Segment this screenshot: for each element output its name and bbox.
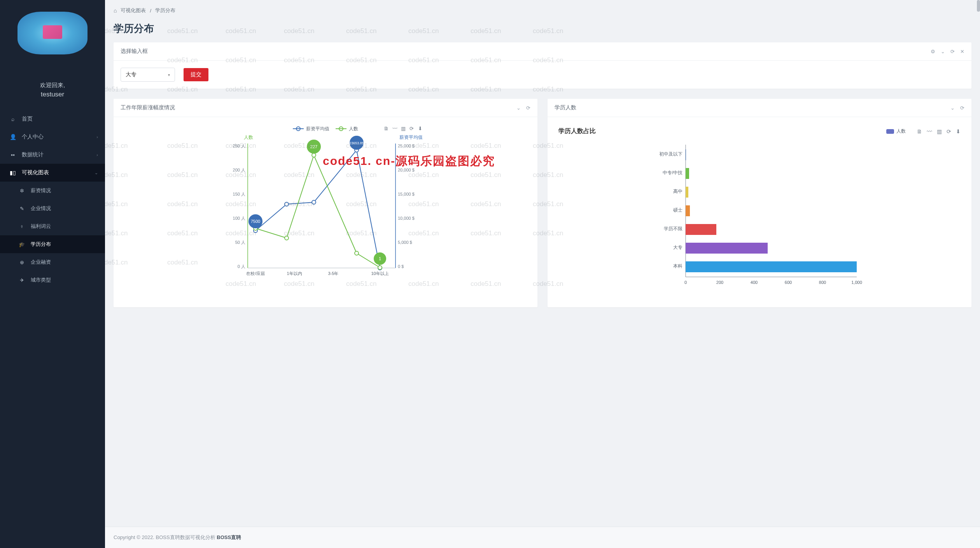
svg-text:硕士: 硕士 (673, 207, 682, 213)
svg-text:薪资平均值: 薪资平均值 (306, 126, 329, 131)
bar-legend: 人数 (886, 128, 906, 135)
sidebar-item-financing[interactable]: ⊕企业融资 (0, 253, 105, 271)
sidebar-item-company[interactable]: ✎企业情况 (0, 200, 105, 217)
main: code51.cncode51.cncode51.cncode51.cncode… (105, 0, 980, 548)
breadcrumb-current: 学历分布 (155, 7, 175, 14)
svg-text:3-5年: 3-5年 (328, 271, 339, 276)
svg-text:20,000 $: 20,000 $ (398, 168, 415, 172)
welcome-line1: 欢迎回来, (0, 82, 105, 89)
svg-text:⬇: ⬇ (418, 126, 422, 131)
chart-icon: ▮▯ (9, 170, 17, 176)
graduation-icon: 🎓 (18, 242, 26, 247)
filter-panel: 选择输入框 ⚙ ⌄ ⟳ ✕ 大专 ▾ 提交 (114, 42, 971, 89)
line-toggle-icon[interactable]: 〰 (927, 128, 932, 135)
sidebar-item-wordcloud[interactable]: ♀福利词云 (0, 217, 105, 235)
sidebar-item-profile[interactable]: 👤个人中心› (0, 128, 105, 146)
svg-text:800: 800 (819, 280, 826, 285)
svg-text:200 人: 200 人 (233, 168, 245, 172)
rocket-icon: ✈ (18, 277, 26, 283)
svg-text:人数: 人数 (349, 126, 358, 131)
svg-text:150 人: 150 人 (233, 192, 245, 196)
refresh-icon[interactable]: ⟳ (526, 105, 530, 111)
breadcrumb-sep: / (150, 8, 151, 14)
scrollbar[interactable] (977, 0, 980, 12)
svg-rect-62 (686, 205, 690, 216)
svg-text:400: 400 (751, 280, 758, 285)
bar-chart-title: 学历人数占比 (558, 127, 596, 135)
content-area: code51.cncode51.cncode51.cncode51.cncode… (105, 0, 980, 527)
bar-chart: 初中及以下 中专/中技 高中 硕士 学历不限 大专 本科 (555, 137, 964, 300)
globe-icon: ⊕ (18, 259, 26, 265)
grid-icon: ▪▪ (9, 152, 17, 158)
education-select[interactable]: 大专 ▾ (121, 68, 175, 82)
svg-text:薪资平均值: 薪资平均值 (399, 135, 423, 140)
svg-text:50 人: 50 人 (235, 240, 245, 245)
svg-text:0: 0 (684, 280, 687, 285)
svg-text:1,000: 1,000 (851, 280, 862, 285)
gear-icon[interactable]: ⚙ (931, 49, 935, 54)
svg-rect-64 (686, 243, 768, 254)
svg-text:25,000 $: 25,000 $ (398, 144, 415, 148)
chevron-down-icon[interactable]: ⌄ (950, 105, 955, 111)
refresh-icon[interactable]: ⟳ (960, 105, 964, 111)
svg-text:初中及以下: 初中及以下 (659, 151, 682, 157)
bulb-icon: ♀ (18, 224, 26, 229)
submit-button[interactable]: 提交 (184, 68, 208, 81)
svg-rect-65 (686, 261, 857, 272)
chevron-down-icon[interactable]: ⌄ (941, 49, 945, 54)
svg-point-33 (285, 202, 289, 206)
svg-text:〰: 〰 (392, 126, 397, 131)
svg-text:大专: 大专 (673, 245, 682, 250)
svg-text:227: 227 (310, 144, 317, 149)
sidebar-item-charts[interactable]: ▮▯可视化图表⌄ (0, 164, 105, 182)
select-value: 大专 (126, 71, 136, 78)
download-icon[interactable]: ⬇ (956, 128, 961, 135)
refresh-icon[interactable]: ⟳ (950, 49, 955, 54)
svg-text:10年以上: 10年以上 (371, 271, 388, 276)
svg-text:100 人: 100 人 (233, 216, 245, 221)
salary-trend-panel: 工作年限薪涨幅度情况 ⌄ ⟳ 薪资平均值 (114, 99, 537, 307)
breadcrumb-item[interactable]: 可视化图表 (121, 7, 146, 14)
home-icon[interactable]: ⌂ (114, 7, 117, 14)
feather-icon: ✎ (18, 206, 26, 212)
sidebar-item-stats[interactable]: ▪▪数据统计› (0, 146, 105, 164)
svg-text:0 人: 0 人 (238, 264, 245, 269)
svg-text:200: 200 (716, 280, 723, 285)
sparkle-icon: ✲ (18, 188, 26, 194)
svg-text:高中: 高中 (673, 189, 682, 194)
sidebar-item-city[interactable]: ✈城市类型 (0, 271, 105, 289)
caret-down-icon: ▾ (168, 73, 170, 77)
chevron-right-icon: › (96, 152, 98, 157)
svg-text:15,000 $: 15,000 $ (398, 192, 415, 196)
dashboard-icon: ⌕ (9, 116, 17, 122)
svg-text:7500: 7500 (251, 219, 260, 224)
panel2-title: 学历人数 (555, 104, 576, 111)
avatar-section (0, 0, 105, 62)
footer: Copyright © 2022. BOSS直聘数据可视化分析 BOSS直聘 (105, 527, 980, 548)
welcome-username: testuser (0, 91, 105, 98)
breadcrumb: ⌂ 可视化图表 / 学历分布 (114, 0, 971, 18)
bar-toggle-icon[interactable]: ▥ (937, 128, 942, 135)
chevron-down-icon: ⌄ (94, 170, 98, 175)
svg-text:600: 600 (785, 280, 792, 285)
svg-text:学历不限: 学历不限 (664, 226, 682, 231)
svg-text:0 $: 0 $ (398, 264, 404, 269)
svg-point-38 (285, 236, 289, 240)
svg-text:中专/中技: 中专/中技 (663, 170, 682, 175)
svg-rect-59 (686, 149, 686, 160)
sidebar-item-home[interactable]: ⌕首页 (0, 110, 105, 128)
chevron-down-icon[interactable]: ⌄ (516, 105, 521, 111)
avatar (18, 12, 88, 54)
welcome-text: 欢迎回来, testuser (0, 82, 105, 98)
footer-text: Copyright © 2022. BOSS直聘数据可视化分析 (114, 534, 217, 540)
panel1-title: 工作年限薪涨幅度情况 (121, 104, 175, 111)
svg-text:本科: 本科 (673, 263, 682, 269)
sidebar-item-salary[interactable]: ✲薪资情况 (0, 182, 105, 200)
restore-icon[interactable]: ⟳ (947, 128, 951, 135)
close-icon[interactable]: ✕ (960, 49, 964, 54)
data-view-icon[interactable]: 🗎 (917, 128, 922, 135)
sidebar-item-education[interactable]: 🎓学历分布 (0, 235, 105, 253)
chevron-right-icon: › (96, 135, 98, 139)
svg-text:▥: ▥ (401, 126, 406, 131)
svg-text:1: 1 (379, 256, 381, 261)
